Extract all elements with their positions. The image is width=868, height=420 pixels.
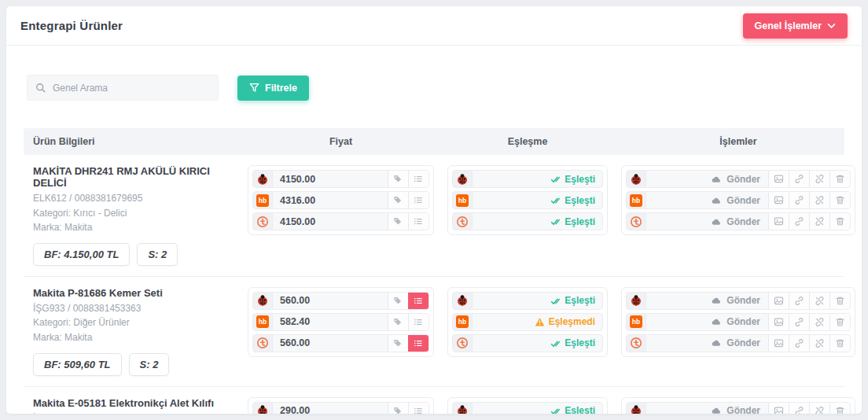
- actions-line: hb Gönder: [626, 313, 851, 331]
- link-button[interactable]: [789, 314, 809, 330]
- swirl-icon: [627, 335, 646, 352]
- image-button[interactable]: [768, 213, 789, 230]
- match-status: Eşleşti: [550, 174, 595, 185]
- link-button[interactable]: [789, 213, 809, 230]
- unlink-button[interactable]: [809, 293, 829, 309]
- ladybug-icon: [253, 293, 273, 309]
- match-line: hb Eşleşti: [452, 191, 603, 209]
- match-line: Eşleşti: [452, 402, 603, 414]
- tag-icon: [393, 317, 403, 327]
- list-button[interactable]: [408, 293, 428, 309]
- link-icon: [794, 296, 804, 306]
- unlink-button[interactable]: [809, 314, 829, 330]
- check-icon: [550, 216, 561, 227]
- product-name: Makita E-05181 Elektronikçi Alet Kılıfı: [33, 397, 234, 409]
- link-icon: [794, 216, 804, 227]
- search-input[interactable]: [27, 75, 219, 101]
- link-icon: [794, 317, 804, 327]
- tag-button[interactable]: [388, 192, 408, 208]
- delete-button[interactable]: [829, 293, 850, 309]
- send-button[interactable]: Gönder: [711, 174, 760, 185]
- send-button[interactable]: Gönder: [711, 295, 760, 306]
- link-button[interactable]: [789, 335, 809, 352]
- col-header-price: Fiyat: [248, 136, 434, 147]
- cloud-upload-icon: [711, 317, 722, 326]
- ladybug-icon: [453, 171, 473, 187]
- send-button[interactable]: Gönder: [711, 337, 760, 348]
- tag-button[interactable]: [388, 314, 408, 330]
- ladybug-icon: [253, 171, 273, 187]
- link-button[interactable]: [789, 403, 809, 414]
- list-button[interactable]: [408, 192, 428, 208]
- trash-icon: [835, 216, 845, 227]
- match-line: Eşleşti: [452, 212, 603, 230]
- image-icon: [774, 174, 784, 184]
- delete-button[interactable]: [829, 171, 850, 187]
- link-icon: [794, 195, 804, 205]
- tag-button[interactable]: [388, 213, 408, 230]
- hb-icon: hb: [253, 314, 273, 330]
- match-line: Eşleşti: [452, 334, 603, 352]
- actions-line: Gönder: [626, 334, 851, 352]
- trash-icon: [835, 174, 845, 184]
- actions-card: Gönder hb Gönder: [621, 397, 855, 414]
- image-button[interactable]: [768, 192, 789, 208]
- price-value: 560.00: [280, 295, 310, 306]
- image-button[interactable]: [768, 293, 789, 309]
- unlink-icon: [815, 195, 825, 205]
- tag-button[interactable]: [388, 403, 408, 414]
- send-button[interactable]: Gönder: [711, 405, 760, 414]
- actions-line: Gönder: [626, 170, 851, 188]
- match-card: Eşleşti hb Eşleşmedi Eşleşti: [447, 287, 608, 357]
- check-icon: [550, 174, 561, 184]
- unlink-button[interactable]: [809, 335, 829, 352]
- unlink-button[interactable]: [809, 403, 829, 414]
- bulk-actions-button[interactable]: Genel İşlemler: [743, 13, 848, 39]
- list-button[interactable]: [408, 403, 428, 414]
- unlink-icon: [815, 406, 825, 414]
- image-button[interactable]: [768, 314, 789, 330]
- match-status: Eşleşmedi: [535, 316, 595, 327]
- delete-button[interactable]: [829, 213, 850, 230]
- list-button[interactable]: [408, 171, 428, 187]
- filter-button-label: Filtrele: [265, 83, 297, 94]
- delete-button[interactable]: [829, 192, 850, 208]
- link-button[interactable]: [789, 293, 809, 309]
- image-icon: [774, 216, 784, 227]
- delete-button[interactable]: [829, 314, 850, 330]
- image-button[interactable]: [768, 335, 789, 352]
- delete-button[interactable]: [829, 335, 850, 352]
- tag-button[interactable]: [388, 335, 408, 352]
- filter-button[interactable]: Filtrele: [237, 76, 309, 101]
- unlink-button[interactable]: [809, 213, 829, 230]
- list-button[interactable]: [408, 213, 428, 230]
- col-header-match: Eşleşme: [447, 136, 608, 147]
- product-rows: MAKİTA DHR241 RMJ AKÜLÜ KIRICI DELİCİ EL…: [24, 155, 844, 414]
- list-button[interactable]: [408, 314, 428, 330]
- delete-button[interactable]: [829, 403, 850, 414]
- list-button[interactable]: [408, 335, 428, 352]
- tag-button[interactable]: [388, 171, 408, 187]
- unlink-icon: [815, 296, 825, 306]
- unlink-button[interactable]: [809, 192, 829, 208]
- unlink-button[interactable]: [809, 171, 829, 187]
- list-icon: [414, 195, 424, 205]
- cloud-upload-icon: [711, 175, 722, 184]
- send-button[interactable]: Gönder: [711, 195, 760, 206]
- link-button[interactable]: [789, 171, 809, 187]
- image-button[interactable]: [768, 403, 789, 414]
- image-icon: [774, 296, 784, 306]
- product-brand: Marka: Makita: [33, 220, 234, 235]
- link-button[interactable]: [789, 192, 809, 208]
- trash-icon: [835, 296, 845, 306]
- cloud-upload-icon: [711, 196, 722, 205]
- unlink-icon: [815, 338, 825, 348]
- send-button[interactable]: Gönder: [711, 216, 760, 227]
- send-button[interactable]: Gönder: [711, 316, 760, 327]
- swirl-icon: [453, 335, 473, 352]
- tag-icon: [393, 195, 403, 205]
- image-button[interactable]: [768, 171, 789, 187]
- tag-button[interactable]: [388, 293, 408, 309]
- table-header: Ürün Bilgileri Fiyat Eşleşme İşlemler: [24, 128, 844, 155]
- image-icon: [774, 338, 784, 348]
